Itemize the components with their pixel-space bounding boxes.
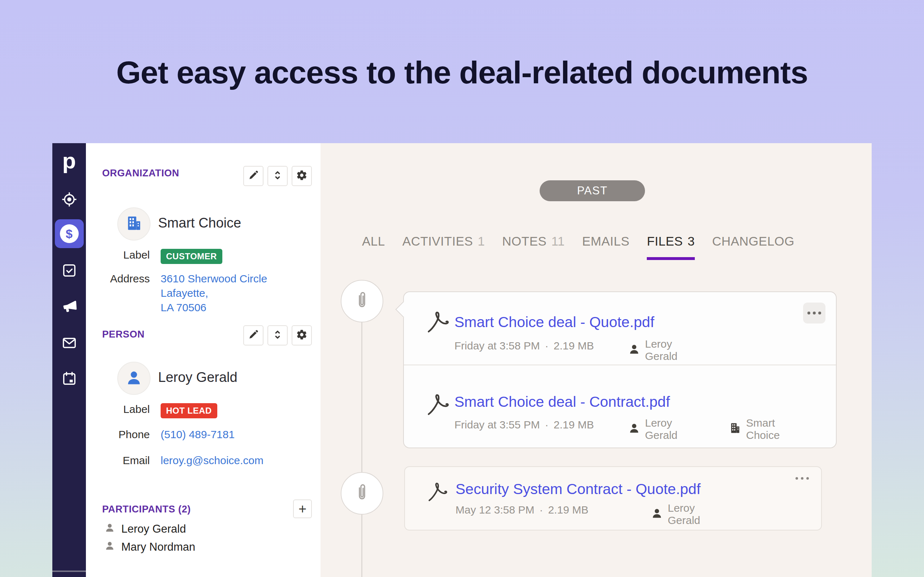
tab-label: EMAILS xyxy=(582,234,630,251)
sidebar-item-deals-active[interactable]: $ xyxy=(52,221,86,246)
meta-separator: · xyxy=(545,419,549,431)
paperclip-icon xyxy=(354,482,370,505)
email-link[interactable]: leroy.g@schoice.com xyxy=(161,453,263,468)
person-icon xyxy=(650,507,663,522)
participant-list-item[interactable]: Leroy Gerald xyxy=(104,522,186,536)
hot-lead-badge: HOT LEAD xyxy=(161,403,217,418)
file-more-button[interactable] xyxy=(795,477,809,480)
owner-name: Leroy Gerald xyxy=(645,417,677,442)
tab-label: NOTES xyxy=(502,234,546,251)
tab-label: ALL xyxy=(362,234,385,251)
person-icon xyxy=(628,343,641,358)
add-participant-button[interactable]: + xyxy=(293,500,312,518)
file-meta: Friday at 3:58 PM · 2.19 MB Leroy Gerald xyxy=(454,340,594,352)
address-line1: 3610 Sherwood Circle Lafayette, xyxy=(161,272,267,299)
participants-actions: + xyxy=(293,500,312,518)
person-icon xyxy=(628,422,641,437)
sidebar-item-mail[interactable] xyxy=(52,331,86,356)
pdf-file-icon xyxy=(425,391,451,419)
tab-changelog[interactable]: CHANGELOG xyxy=(712,234,795,260)
tab-all[interactable]: ALL xyxy=(362,234,385,260)
field-label: Phone xyxy=(102,427,150,442)
timeline-tabs: ALL ACTIVITIES1 NOTES11 EMAILS FILES3 CH… xyxy=(362,234,795,260)
sidebar-item-leads[interactable] xyxy=(52,187,86,213)
file-time: May 12 3:58 PM xyxy=(456,504,534,516)
detail-panel: ORGANIZATION xyxy=(86,143,320,577)
sort-arrows-icon xyxy=(272,329,283,342)
pencil-icon xyxy=(247,329,259,342)
pdf-file-icon xyxy=(426,480,449,504)
active-nav-highlight: $ xyxy=(55,219,84,248)
participants-section-header: PARTICIPANTS (2) xyxy=(102,504,191,515)
file-owner: Leroy Gerald xyxy=(628,417,677,442)
building-icon xyxy=(729,422,742,437)
participant-name: Leroy Gerald xyxy=(121,522,186,535)
person-icon xyxy=(104,522,115,536)
gear-icon xyxy=(296,169,307,182)
person-avatar xyxy=(117,362,150,395)
person-section-header: PERSON xyxy=(102,329,145,340)
customer-badge: CUSTOMER xyxy=(161,249,222,264)
sidebar-divider xyxy=(52,571,86,572)
pencil-icon xyxy=(247,169,259,182)
field-label: Address xyxy=(102,272,150,286)
app-window: p $ xyxy=(52,143,872,577)
dollar-coin-icon: $ xyxy=(60,224,79,243)
organization-section-header: ORGANIZATION xyxy=(102,168,179,179)
target-icon xyxy=(61,191,78,209)
file-meta: Friday at 3:55 PM · 2.19 MB Leroy Gerald xyxy=(454,419,594,431)
collapse-organization-button[interactable] xyxy=(267,166,288,186)
file-more-button[interactable] xyxy=(803,303,825,324)
person-name-link[interactable]: Leroy Gerald xyxy=(158,370,237,385)
organization-address-row: Address 3610 Sherwood Circle Lafayette, … xyxy=(102,272,305,315)
calendar-icon xyxy=(61,371,78,388)
edit-organization-button[interactable] xyxy=(243,166,263,186)
tab-files[interactable]: FILES3 xyxy=(647,234,695,260)
hero-banner: Get easy access to the deal-related docu… xyxy=(0,54,924,91)
file-row: Smart Choice deal - Contract.pdf Friday … xyxy=(404,364,836,447)
person-settings-button[interactable] xyxy=(292,325,312,345)
address-line2: LA 70506 xyxy=(161,301,207,313)
file-size: 2.19 MB xyxy=(554,419,594,431)
field-label: Email xyxy=(102,453,150,468)
timeline-line xyxy=(361,282,362,577)
owner-name: Leroy Gerald xyxy=(645,338,677,363)
past-scroll-indicator: PAST xyxy=(540,180,645,201)
tab-notes[interactable]: NOTES11 xyxy=(502,234,564,260)
person-icon xyxy=(104,540,115,554)
address-link[interactable]: 3610 Sherwood Circle Lafayette, LA 70506 xyxy=(161,272,305,315)
participant-name: Mary Nordman xyxy=(121,541,195,554)
edit-person-button[interactable] xyxy=(243,325,263,345)
organization-settings-button[interactable] xyxy=(292,166,312,186)
tab-label: FILES xyxy=(647,234,683,248)
sidebar-item-campaigns[interactable] xyxy=(52,295,86,320)
phone-link[interactable]: (510) 489-7181 xyxy=(161,427,234,442)
person-label-row: Label HOT LEAD xyxy=(102,402,217,418)
sidebar-item-calendar[interactable] xyxy=(52,367,86,392)
file-meta: May 12 3:58 PM · 2.19 MB Leroy Gerald xyxy=(456,504,588,516)
person-icon xyxy=(124,368,143,388)
tab-count: 1 xyxy=(478,234,485,251)
envelope-icon xyxy=(61,335,78,353)
pipedrive-logo[interactable]: p xyxy=(52,150,86,172)
person-email-row: Email leroy.g@schoice.com xyxy=(102,453,263,468)
sidebar-item-activities[interactable] xyxy=(52,259,86,284)
field-label: Label xyxy=(102,402,150,416)
organization-name-link[interactable]: Smart Choice xyxy=(158,215,241,231)
file-link[interactable]: Security System Contract - Quote.pdf xyxy=(456,481,701,498)
collapse-person-button[interactable] xyxy=(267,325,288,345)
tab-emails[interactable]: EMAILS xyxy=(582,234,630,260)
file-link[interactable]: Smart Choice deal - Quote.pdf xyxy=(454,314,654,331)
participant-list-item[interactable]: Mary Nordman xyxy=(104,540,195,554)
file-time: Friday at 3:55 PM xyxy=(454,419,540,431)
building-icon xyxy=(124,214,143,234)
megaphone-icon xyxy=(61,298,78,316)
meta-separator: · xyxy=(539,504,543,516)
field-label: Label xyxy=(102,248,150,262)
sidebar-nav: p $ xyxy=(52,143,86,577)
file-link[interactable]: Smart Choice deal - Contract.pdf xyxy=(454,393,670,410)
org-name: Smart Choice xyxy=(746,417,780,442)
person-phone-row: Phone (510) 489-7181 xyxy=(102,427,234,442)
tab-activities[interactable]: ACTIVITIES1 xyxy=(402,234,485,260)
sort-arrows-icon xyxy=(272,169,283,182)
